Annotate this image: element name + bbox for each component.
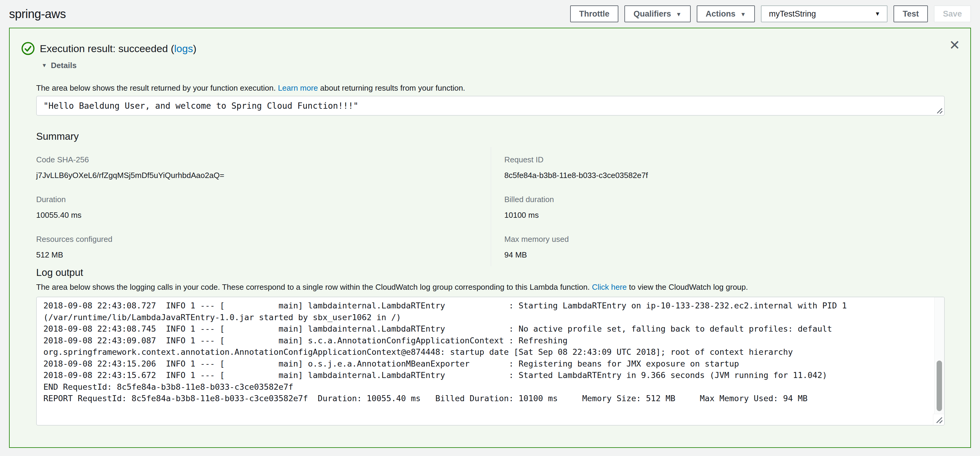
summary-field-billed-duration: Billed duration 10100 ms <box>491 187 945 227</box>
summary-field-value: 94 MB <box>504 250 945 260</box>
summary-field-label: Code SHA-256 <box>36 155 491 164</box>
close-icon[interactable]: ✕ <box>949 38 960 52</box>
test-button[interactable]: Test <box>894 5 928 22</box>
log-help-after: to view the CloudWatch log group. <box>627 283 748 292</box>
chevron-down-icon: ▼ <box>676 11 682 17</box>
save-button-label: Save <box>943 10 962 19</box>
test-button-label: Test <box>902 10 919 19</box>
result-help-before: The area below shows the result returned… <box>36 83 278 92</box>
save-button[interactable]: Save <box>934 5 971 22</box>
actions-button-label: Actions <box>706 10 736 19</box>
success-check-icon <box>21 41 35 56</box>
summary-field-value: 8c5fe84a-b3b8-11e8-b033-c3ce03582e7f <box>504 170 945 180</box>
status-suffix: ) <box>193 43 196 54</box>
result-help-text: The area below shows the result returned… <box>36 83 465 93</box>
test-event-select[interactable]: myTestString ▼ <box>761 5 888 22</box>
function-name-title: spring-aws <box>9 7 66 21</box>
learn-more-link[interactable]: Learn more <box>278 83 318 92</box>
log-line: 2018-09-08 22:43:15.206 INFO 1 --- [ mai… <box>43 358 929 370</box>
qualifiers-button[interactable]: Qualifiers ▼ <box>624 5 690 22</box>
log-line: 2018-09-08 22:43:08.745 INFO 1 --- [ mai… <box>43 323 929 335</box>
result-help-after: about returning results from your functi… <box>318 83 465 92</box>
throttle-button-label: Throttle <box>579 10 609 19</box>
summary-field-value: j7JvLLB6yOXeL6/rfZgqMSj5mDf5uYiQurhbdAao… <box>36 170 491 180</box>
log-help-before: The area below shows the logging calls i… <box>36 283 592 292</box>
details-label: Details <box>51 61 76 70</box>
caret-down-icon: ▼ <box>41 62 47 69</box>
execution-status-row: Execution result: succeeded (logs) <box>21 41 196 56</box>
summary-field-code-sha: Code SHA-256 j7JvLLB6yOXeL6/rfZgqMSj5mDf… <box>36 147 491 187</box>
summary-field-max-memory-used: Max memory used 94 MB <box>491 227 945 266</box>
chevron-down-icon: ▼ <box>875 11 881 17</box>
log-line: org.springframework.context.annotation.A… <box>43 346 929 358</box>
cloudwatch-link[interactable]: Click here <box>592 283 627 292</box>
details-toggle[interactable]: ▼ Details <box>41 61 76 70</box>
test-event-selected-value: myTestString <box>769 10 816 19</box>
log-content: 2018-09-08 22:43:08.727 INFO 1 --- [ mai… <box>43 300 929 405</box>
summary-field-label: Max memory used <box>504 234 945 244</box>
summary-field-value: 10055.40 ms <box>36 210 491 220</box>
log-output-heading: Log output <box>36 267 83 278</box>
log-line: REPORT RequestId: 8c5fe84a-b3b8-11e8-b03… <box>43 393 929 405</box>
log-scrollbar[interactable] <box>934 297 944 414</box>
log-line: 2018-09-08 22:43:08.727 INFO 1 --- [ mai… <box>43 300 929 312</box>
qualifiers-button-label: Qualifiers <box>633 10 671 19</box>
result-value: "Hello Baeldung User, and welcome to Spr… <box>43 101 358 111</box>
log-help-text: The area below shows the logging calls i… <box>36 283 748 292</box>
toolbar: Throttle Qualifiers ▼ Actions ▼ myTestSt… <box>570 5 971 22</box>
summary-field-label: Resources configured <box>36 234 491 244</box>
summary-field-label: Request ID <box>504 155 945 164</box>
status-prefix: Execution result: succeeded ( <box>40 43 174 54</box>
summary-grid: Code SHA-256 j7JvLLB6yOXeL6/rfZgqMSj5mDf… <box>36 147 945 266</box>
summary-field-value: 512 MB <box>36 250 491 260</box>
log-scrollbar-thumb[interactable] <box>937 361 942 411</box>
summary-heading: Summary <box>36 131 79 142</box>
log-line: 2018-09-08 22:43:09.087 INFO 1 --- [ mai… <box>43 335 929 347</box>
log-output-box[interactable]: 2018-09-08 22:43:08.727 INFO 1 --- [ mai… <box>36 297 945 426</box>
summary-field-resources-configured: Resources configured 512 MB <box>36 227 491 266</box>
log-line: (/var/runtime/lib/LambdaJavaRTEntry-1.0.… <box>43 312 929 324</box>
resize-handle-icon <box>935 416 943 423</box>
resize-handle-icon[interactable] <box>935 106 943 114</box>
summary-field-label: Duration <box>36 195 491 204</box>
summary-field-label: Billed duration <box>504 195 945 204</box>
log-line: END RequestId: 8c5fe84a-b3b8-11e8-b033-c… <box>43 381 929 393</box>
top-bar: spring-aws Throttle Qualifiers ▼ Actions… <box>0 0 980 28</box>
chevron-down-icon: ▼ <box>740 11 746 17</box>
throttle-button[interactable]: Throttle <box>570 5 619 22</box>
execution-result-panel: Execution result: succeeded (logs) ✕ ▼ D… <box>9 28 971 448</box>
summary-field-request-id: Request ID 8c5fe84a-b3b8-11e8-b033-c3ce0… <box>491 147 945 187</box>
execution-status-text: Execution result: succeeded (logs) <box>40 43 196 54</box>
result-output-box[interactable]: "Hello Baeldung User, and welcome to Spr… <box>36 96 945 116</box>
log-line: 2018-09-08 22:43:15.672 INFO 1 --- [ mai… <box>43 370 929 381</box>
summary-field-value: 10100 ms <box>504 210 945 220</box>
logs-link[interactable]: logs <box>174 43 193 54</box>
log-resize-corner[interactable] <box>933 414 944 425</box>
actions-button[interactable]: Actions ▼ <box>697 5 755 22</box>
summary-field-duration: Duration 10055.40 ms <box>36 187 491 227</box>
